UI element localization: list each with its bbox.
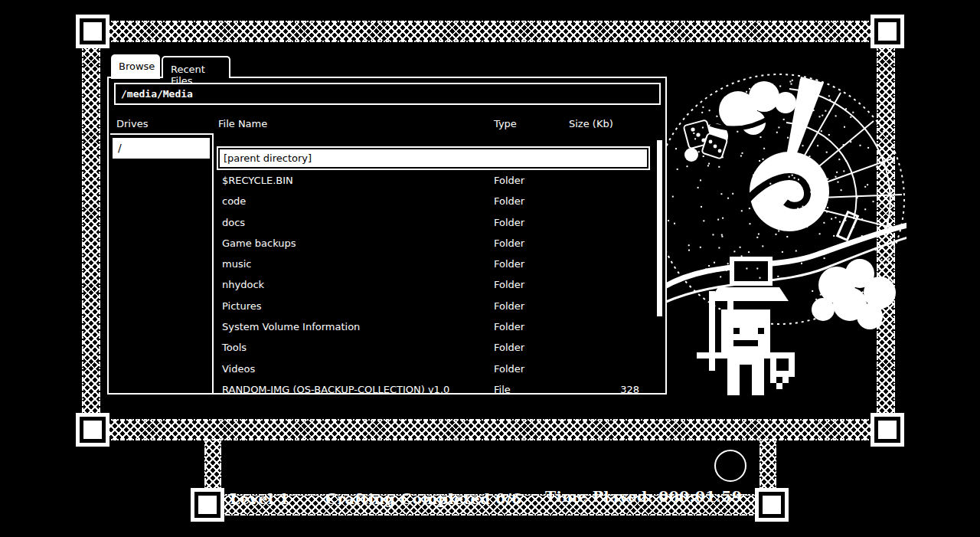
hud-level-hp: Level 1 HP: 10: [230, 453, 291, 537]
file-size: 328: [620, 384, 639, 393]
column-header-drives: Drives: [116, 118, 148, 129]
file-row[interactable]: Game backupsFolder: [217, 234, 650, 254]
hud-rivet-right: [755, 488, 789, 522]
frame-rivet-bottom-left: [76, 413, 109, 447]
hud-band-left: [204, 439, 221, 491]
game-screen: Browse Recent Files Drives File Name Typ…: [0, 0, 980, 537]
scrollbar-thumb[interactable]: [657, 140, 662, 316]
file-type: File: [494, 384, 511, 393]
frame-band-top: [93, 21, 887, 42]
tab-recent-files[interactable]: Recent Files: [162, 56, 230, 78]
frame-band-left: [82, 34, 100, 427]
file-name: music: [222, 258, 251, 270]
file-row[interactable]: codeFolder: [217, 192, 650, 212]
path-input[interactable]: [114, 83, 661, 105]
tab-browse[interactable]: Browse: [111, 54, 160, 79]
file-row[interactable]: System Volume InformationFolder: [217, 317, 650, 338]
file-type: Folder: [494, 237, 524, 249]
file-type: Folder: [494, 279, 524, 290]
frame-rivet-top-left: [76, 15, 109, 48]
file-row[interactable]: docsFolder: [217, 213, 650, 234]
hud-crafting-items: Crafting Completed 0/6 Items Held: 74: [325, 453, 522, 537]
file-name: Tools: [222, 342, 247, 353]
file-type: Folder: [494, 321, 524, 332]
file-row[interactable]: VideosFolder: [217, 359, 650, 380]
file-row[interactable]: PicturesFolder: [217, 296, 650, 317]
file-browser-dialog: Drives File Name Type Size (Kb) / [paren…: [107, 77, 667, 395]
file-name: docs: [222, 217, 245, 228]
file-name: Pictures: [222, 300, 261, 312]
file-name: Videos: [222, 363, 255, 375]
hud-time-date: Time Played: 000:01:59 Spring 01 Year 00…: [545, 450, 742, 537]
file-name: $RECYCLE.BIN: [222, 175, 293, 186]
file-row[interactable]: ToolsFolder: [217, 338, 650, 359]
drive-row[interactable]: /: [113, 138, 210, 159]
frame-rivet-top-right: [871, 15, 904, 48]
frame-band-bottom: [93, 419, 887, 440]
file-type: Folder: [494, 258, 524, 270]
column-header-type: Type: [494, 118, 517, 129]
file-type: Folder: [494, 217, 524, 228]
level-label: Level 1: [230, 490, 291, 508]
moon-phase-icon: [714, 450, 746, 482]
file-row[interactable]: [parent directory]: [217, 146, 650, 170]
file-type: Folder: [494, 195, 524, 207]
column-header-file-name: File Name: [218, 118, 267, 129]
file-row[interactable]: nhydockFolder: [217, 275, 650, 296]
file-name: code: [222, 195, 246, 207]
file-type: Folder: [494, 300, 524, 312]
file-list: [parent directory]$RECYCLE.BINFoldercode…: [217, 146, 650, 393]
file-type: Folder: [494, 342, 524, 353]
player-sprite: [691, 291, 802, 403]
frame-rivet-bottom-right: [871, 413, 904, 447]
crafting-label: Crafting Completed 0/6: [325, 490, 522, 508]
file-name: RANDOM-IMG (OS-BACKUP-COLLECTION) v1.0: [222, 384, 449, 393]
time-played-label: Time Played: 000:01:59: [545, 487, 742, 506]
file-type: Folder: [494, 175, 524, 186]
file-name: [parent directory]: [224, 152, 312, 164]
file-row[interactable]: $RECYCLE.BINFolder: [217, 171, 650, 192]
hud-band-right: [760, 439, 776, 491]
file-row[interactable]: RANDOM-IMG (OS-BACKUP-COLLECTION) v1.0Fi…: [217, 380, 650, 393]
file-row[interactable]: musicFolder: [217, 254, 650, 275]
file-name: System Volume Information: [222, 321, 360, 332]
file-name: nhydock: [222, 279, 264, 290]
drives-list: /: [110, 133, 214, 393]
hud-rivet-left: [191, 488, 224, 522]
column-header-size: Size (Kb): [569, 118, 613, 129]
file-type: Folder: [494, 363, 524, 375]
file-name: Game backups: [222, 237, 296, 249]
